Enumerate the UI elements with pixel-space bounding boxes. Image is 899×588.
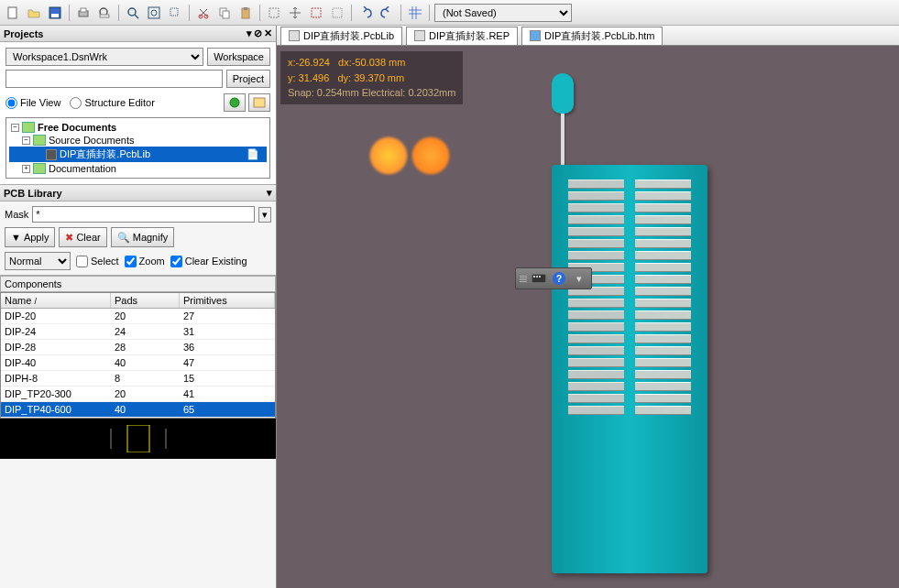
projects-header: Projects ▾ ⊘ ✕ — [0, 26, 276, 42]
tree-source-docs[interactable]: −Source Documents — [9, 134, 267, 147]
file-view-radio[interactable]: File View — [5, 97, 60, 109]
zoom-checkbox[interactable]: Zoom — [125, 256, 165, 267]
document-tabs: DIP直插封装.PcbLib DIP直插封装.REP DIP直插封装.PcbLi… — [277, 26, 899, 46]
dropdown-icon[interactable]: ▾ — [571, 270, 587, 287]
zoom-fit-icon[interactable] — [145, 4, 163, 22]
print-icon[interactable] — [74, 4, 93, 22]
svg-rect-20 — [333, 8, 342, 17]
svg-rect-28 — [536, 276, 538, 278]
clear-sel-icon[interactable] — [328, 4, 346, 22]
paste-icon[interactable] — [236, 4, 255, 22]
components-grid[interactable]: Name / Pads Primitives DIP-202027 DIP-24… — [0, 292, 276, 419]
zoom-sel-icon[interactable] — [166, 4, 184, 22]
tree-documentation[interactable]: +Documentation — [9, 162, 267, 175]
table-row-selected[interactable]: DIP_TP40-6004065 — [1, 402, 275, 418]
svg-point-7 — [128, 8, 136, 16]
pcblib-menu-icon[interactable]: ▾ — [267, 187, 272, 199]
svg-rect-23 — [127, 425, 149, 452]
undo-icon[interactable] — [356, 4, 375, 22]
editor-area: DIP直插封装.PcbLib DIP直插封装.REP DIP直插封装.PcbLi… — [277, 26, 899, 588]
refresh-icon[interactable] — [248, 93, 270, 112]
project-button[interactable]: Project — [226, 70, 270, 88]
3d-canvas[interactable]: x:-26.924 dx:-50.038 mm y: 31.496 dy: 39… — [277, 46, 899, 588]
tree-file-selected[interactable]: DIP直插封装.PcbLib📄 — [9, 147, 267, 162]
clear-existing-checkbox[interactable]: Clear Existing — [170, 256, 247, 267]
grid-icon[interactable] — [406, 4, 424, 22]
svg-rect-27 — [533, 276, 535, 278]
zoom-area-icon[interactable] — [124, 4, 142, 22]
grid-header: Name / Pads Primitives — [1, 293, 275, 309]
floating-toolbar[interactable]: ? ▾ — [515, 267, 592, 289]
tab-pcblib[interactable]: DIP直插封装.PcbLib — [280, 27, 402, 45]
table-row[interactable]: DIP-202027 — [1, 309, 275, 324]
project-input[interactable] — [5, 70, 223, 88]
clear-button[interactable]: ✖Clear — [59, 227, 106, 247]
panel-menu-icon[interactable]: ▾ — [247, 27, 252, 39]
cursor-blob — [368, 128, 451, 183]
magnify-icon: 🔍 — [117, 232, 130, 244]
projects-title: Projects — [4, 28, 43, 39]
workspace-button[interactable]: Workspace — [207, 48, 270, 66]
panel-pin-icon[interactable]: ⊘ — [254, 27, 262, 39]
pcblib-title: PCB Library — [4, 188, 62, 199]
main-toolbar: (Not Saved) — [0, 0, 899, 26]
cut-icon[interactable] — [194, 4, 213, 22]
svg-rect-9 — [148, 7, 159, 18]
svg-rect-19 — [312, 8, 321, 17]
preview-icon[interactable] — [95, 4, 114, 22]
project-tree[interactable]: −Free Documents −Source Documents DIP直插封… — [5, 117, 270, 179]
clear-icon: ✖ — [65, 232, 73, 244]
col-name[interactable]: Name / — [1, 293, 111, 308]
svg-line-8 — [135, 15, 138, 18]
col-pads[interactable]: Pads — [111, 293, 180, 308]
svg-rect-17 — [244, 7, 247, 10]
html-icon — [530, 30, 541, 41]
save-icon[interactable] — [46, 4, 64, 22]
mask-input[interactable] — [32, 206, 255, 223]
magnify-button[interactable]: 🔍Magnify — [111, 227, 175, 247]
svg-rect-22 — [254, 98, 265, 107]
structure-editor-radio[interactable]: Structure Editor — [70, 97, 154, 109]
keyboard-icon[interactable] — [531, 270, 547, 287]
channel-select[interactable]: (Not Saved) — [434, 4, 572, 22]
mask-dropdown-icon[interactable]: ▾ — [258, 207, 271, 223]
new-icon[interactable] — [4, 4, 22, 22]
svg-rect-26 — [532, 274, 546, 283]
table-row[interactable]: DIP_TP20-3002041 — [1, 387, 275, 402]
mode-select[interactable]: Normal — [5, 252, 71, 270]
projects-body: Workspace1.DsnWrk Workspace Project File… — [0, 42, 276, 185]
panel-close-icon[interactable]: ✕ — [264, 27, 272, 39]
svg-rect-0 — [8, 7, 16, 18]
mask-label: Mask — [5, 209, 28, 220]
component-preview — [0, 419, 276, 459]
svg-rect-4 — [81, 8, 86, 12]
move-icon[interactable] — [286, 4, 304, 22]
tab-rep[interactable]: DIP直插封装.REP — [406, 27, 518, 45]
tab-htm[interactable]: DIP直插封装.PcbLib.htm — [521, 27, 663, 45]
grip-icon[interactable] — [520, 276, 527, 282]
svg-rect-2 — [51, 14, 59, 17]
svg-rect-18 — [269, 8, 279, 17]
funnel-icon: ▼ — [11, 232, 21, 243]
deselect-icon[interactable] — [307, 4, 325, 22]
copy-icon[interactable] — [215, 4, 234, 22]
table-row[interactable]: DIPH-8815 — [1, 371, 275, 387]
workspace-select[interactable]: Workspace1.DsnWrk — [5, 48, 203, 66]
apply-button[interactable]: ▼Apply — [5, 227, 55, 247]
redo-icon[interactable] — [378, 4, 396, 22]
pcblib-body: Mask ▾ ▼Apply ✖Clear 🔍Magnify Normal Sel… — [0, 201, 276, 276]
col-prim[interactable]: Primitives — [180, 293, 275, 308]
table-row[interactable]: DIP-282836 — [1, 340, 275, 355]
report-icon — [414, 30, 425, 41]
compile-icon[interactable] — [224, 93, 246, 112]
select-rect-icon[interactable] — [265, 4, 283, 22]
components-header: Components — [0, 276, 276, 292]
help-icon[interactable]: ? — [551, 270, 567, 287]
table-row[interactable]: DIP-404047 — [1, 355, 275, 371]
zif-socket-3d — [552, 165, 707, 573]
tree-root[interactable]: −Free Documents — [9, 121, 267, 134]
select-checkbox[interactable]: Select — [76, 256, 119, 267]
left-panels: Projects ▾ ⊘ ✕ Workspace1.DsnWrk Workspa… — [0, 26, 277, 588]
table-row[interactable]: DIP-242431 — [1, 324, 275, 340]
open-icon[interactable] — [25, 4, 43, 22]
